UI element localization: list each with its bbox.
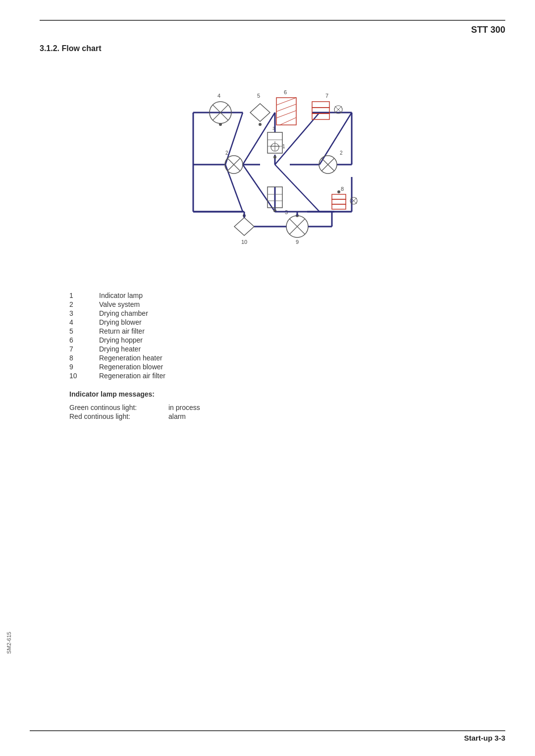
legend-number: 7 bbox=[69, 345, 99, 353]
legend-row: 3Drying chamber bbox=[69, 309, 165, 318]
legend-number: 9 bbox=[69, 362, 99, 371]
legend-row: 9Regeneration blower bbox=[69, 362, 165, 371]
svg-text:6: 6 bbox=[284, 89, 287, 95]
svg-point-28 bbox=[259, 123, 262, 126]
legend-label: Regeneration heater bbox=[99, 353, 165, 362]
svg-point-71 bbox=[337, 190, 340, 193]
indicator-table: Green continous light:in processRed cont… bbox=[69, 403, 200, 421]
svg-rect-67 bbox=[332, 204, 346, 209]
legend-row: 1Indicator lamp bbox=[69, 291, 165, 300]
footer-line bbox=[30, 730, 505, 731]
svg-rect-36 bbox=[312, 102, 329, 108]
indicator-row: Green continous light:in process bbox=[69, 403, 200, 412]
svg-text:5: 5 bbox=[257, 93, 260, 99]
legend-area: 1Indicator lamp2Valve system3Drying cham… bbox=[40, 291, 505, 380]
flow-diagram: 4 5 6 7 1 bbox=[144, 68, 401, 276]
indicator-label: Green continous light: bbox=[69, 403, 168, 412]
svg-text:2: 2 bbox=[340, 150, 343, 156]
legend-label: Indicator lamp bbox=[99, 291, 165, 300]
svg-line-20 bbox=[275, 165, 320, 212]
page: STT 300 3.1.2. Flow chart bbox=[0, 0, 535, 756]
svg-line-31 bbox=[276, 98, 296, 105]
legend-number: 2 bbox=[69, 300, 99, 309]
legend-label: Drying chamber bbox=[99, 309, 165, 318]
legend-number: 3 bbox=[69, 309, 99, 318]
svg-line-32 bbox=[276, 104, 296, 112]
svg-text:3: 3 bbox=[272, 126, 275, 131]
legend-number: 5 bbox=[69, 327, 99, 336]
svg-rect-65 bbox=[332, 194, 346, 199]
legend-label: Return air filter bbox=[99, 327, 165, 336]
section-title: 3.1.2. Flow chart bbox=[40, 44, 505, 53]
svg-text:4: 4 bbox=[217, 93, 220, 99]
legend-number: 4 bbox=[69, 318, 99, 327]
legend-label: Valve system bbox=[99, 300, 165, 309]
indicator-row: Red continous light:alarm bbox=[69, 412, 200, 421]
sidebar-label: SM2-615 bbox=[6, 632, 12, 654]
header-model: STT 300 bbox=[40, 25, 505, 35]
legend-row: 6Drying hopper bbox=[69, 336, 165, 345]
legend-label: Regeneration blower bbox=[99, 362, 165, 371]
svg-marker-81 bbox=[234, 218, 254, 235]
legend-row: 7Drying heater bbox=[69, 345, 165, 353]
legend-row: 8Regeneration heater bbox=[69, 353, 165, 362]
svg-text:10: 10 bbox=[241, 239, 247, 245]
svg-text:1: 1 bbox=[282, 144, 285, 149]
indicator-value: alarm bbox=[168, 412, 200, 421]
svg-text:9: 9 bbox=[296, 239, 299, 245]
svg-point-59 bbox=[273, 156, 276, 159]
legend-label: Drying heater bbox=[99, 345, 165, 353]
legend-row: 4Drying blower bbox=[69, 318, 165, 327]
indicator-label: Red continous light: bbox=[69, 412, 168, 421]
svg-line-19 bbox=[243, 165, 275, 212]
svg-rect-30 bbox=[276, 98, 296, 125]
indicator-value: in process bbox=[168, 403, 200, 412]
svg-text:8: 8 bbox=[341, 186, 344, 192]
legend-row: 10Regeneration air filter bbox=[69, 371, 165, 380]
legend-number: 1 bbox=[69, 291, 99, 300]
header-line bbox=[40, 20, 505, 21]
svg-line-16 bbox=[275, 113, 320, 165]
footer-page: Start-up 3-3 bbox=[464, 734, 505, 742]
indicator-title: Indicator lamp messages: bbox=[69, 390, 505, 398]
svg-line-34 bbox=[280, 117, 296, 125]
legend-table: 1Indicator lamp2Valve system3Drying cham… bbox=[69, 291, 165, 380]
legend-number: 8 bbox=[69, 353, 99, 362]
legend-row: 5Return air filter bbox=[69, 327, 165, 336]
svg-text:7: 7 bbox=[325, 93, 328, 99]
diagram-area: 4 5 6 7 1 bbox=[40, 68, 505, 276]
indicator-section: Indicator lamp messages: Green continous… bbox=[40, 390, 505, 421]
legend-label: Drying hopper bbox=[99, 336, 165, 345]
legend-number: 10 bbox=[69, 371, 99, 380]
svg-marker-27 bbox=[250, 104, 270, 121]
svg-point-25 bbox=[219, 123, 222, 126]
legend-row: 2Valve system bbox=[69, 300, 165, 309]
svg-line-33 bbox=[276, 111, 296, 118]
svg-text:2: 2 bbox=[225, 150, 228, 156]
legend-label: Drying blower bbox=[99, 318, 165, 327]
legend-number: 6 bbox=[69, 336, 99, 345]
legend-label: Regeneration air filter bbox=[99, 371, 165, 380]
svg-rect-66 bbox=[332, 199, 346, 204]
